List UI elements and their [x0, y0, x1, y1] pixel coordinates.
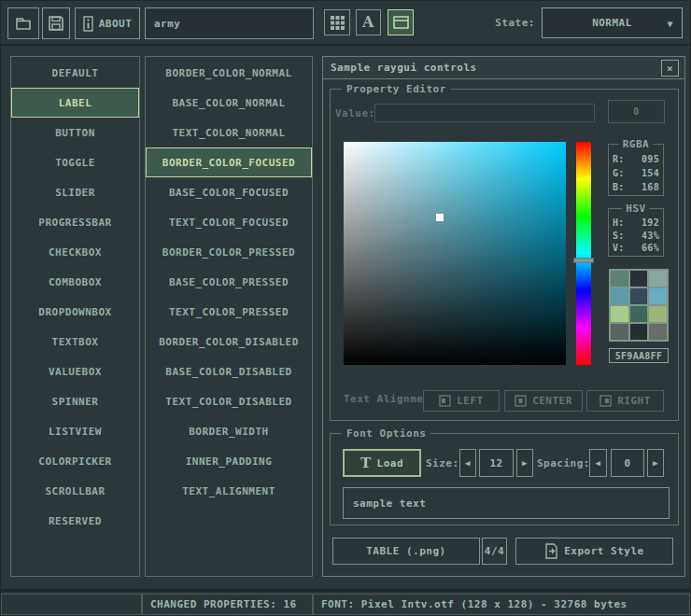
controls-item-progressbar[interactable]: PROGRESSBAR	[11, 207, 139, 237]
property-item-text_color_pressed[interactable]: TEXT_COLOR_PRESSED	[146, 297, 312, 327]
property-item-base_color_disabled[interactable]: BASE_COLOR_DISABLED	[146, 357, 312, 386]
property-item-border_color_normal[interactable]: BORDER_COLOR_NORMAL	[146, 58, 312, 88]
color-swatch[interactable]	[630, 271, 648, 287]
b-value: 168	[642, 182, 659, 192]
color-swatch[interactable]	[649, 324, 667, 340]
hue-bar[interactable]	[576, 142, 591, 365]
property-item-border_color_pressed[interactable]: BORDER_COLOR_PRESSED	[146, 237, 312, 267]
table-export-button[interactable]: TABLE (.png)	[332, 538, 480, 565]
spacing-increase-button[interactable]: ▶	[647, 449, 664, 477]
color-swatch[interactable]	[611, 324, 628, 340]
load-font-button[interactable]: T Load	[343, 449, 421, 477]
state-value: NORMAL	[592, 17, 632, 29]
chevron-right-icon: ▶	[522, 458, 528, 468]
controls-item-default[interactable]: DEFAULT	[11, 58, 139, 88]
property-item-text_color_normal[interactable]: TEXT_COLOR_NORMAL	[146, 118, 312, 147]
save-file-button[interactable]	[42, 7, 70, 39]
controls-item-dropdownbox[interactable]: DROPDOWNBOX	[11, 297, 139, 327]
color-swatch[interactable]	[611, 306, 628, 322]
table-pages[interactable]: 4/4	[482, 538, 507, 565]
align-right-button[interactable]: RIGHT	[586, 390, 664, 412]
controls-item-toggle[interactable]: TOGGLE	[11, 147, 139, 177]
grid-view-button[interactable]	[324, 9, 350, 35]
info-icon	[83, 16, 93, 32]
v-value: 66%	[642, 243, 659, 253]
spacing-decrease-button[interactable]: ◀	[589, 449, 607, 477]
property-item-border_width[interactable]: BORDER_WIDTH	[146, 416, 312, 446]
property-item-base_color_pressed[interactable]: BASE_COLOR_PRESSED	[146, 267, 312, 297]
controls-item-textbox[interactable]: TEXTBOX	[11, 327, 139, 357]
about-button[interactable]: ABOUT	[75, 7, 140, 39]
export-icon	[544, 543, 558, 559]
hue-handle[interactable]	[573, 259, 594, 263]
property-item-base_color_focused[interactable]: BASE_COLOR_FOCUSED	[146, 177, 312, 207]
align-right-label: RIGHT	[617, 395, 651, 407]
state-dropdown[interactable]: NORMAL ▼	[542, 7, 683, 38]
controls-item-label[interactable]: LABEL	[11, 88, 139, 118]
export-label: Export Style	[564, 545, 643, 557]
controls-item-spinner[interactable]: SPINNER	[11, 386, 139, 416]
property-item-border_color_disabled[interactable]: BORDER_COLOR_DISABLED	[146, 327, 312, 357]
property-editor-group: Property Editor Value: 0 RGBA R: 095 G: …	[330, 89, 679, 421]
controls-view-button[interactable]	[388, 9, 414, 35]
h-value: 192	[642, 217, 659, 228]
state-label: State:	[481, 7, 535, 38]
chevron-down-icon: ▼	[667, 18, 673, 28]
controls-item-colorpicker[interactable]: COLORPICKER	[11, 446, 139, 476]
color-swatch[interactable]	[630, 324, 648, 340]
rgba-r-row: R: 095	[613, 152, 659, 165]
open-file-button[interactable]	[7, 7, 39, 39]
style-name-input[interactable]	[145, 7, 314, 39]
color-swatch[interactable]	[649, 306, 667, 322]
property-item-text_alignment[interactable]: TEXT_ALIGNMENT	[146, 476, 312, 506]
controls-item-reserved[interactable]: RESERVED	[11, 506, 139, 536]
size-label: Size:	[426, 449, 459, 477]
picker-cursor[interactable]	[436, 214, 444, 221]
controls-item-slider[interactable]: SLIDER	[11, 177, 139, 207]
size-value[interactable]: 12	[479, 449, 514, 477]
sample-text-box[interactable]: sample text	[343, 487, 670, 519]
grid-icon	[331, 16, 345, 30]
hex-box[interactable]: 5F9AA8FF	[609, 348, 669, 363]
r-value: 095	[642, 154, 659, 164]
controls-item-valuebox[interactable]: VALUEBOX	[11, 357, 139, 386]
toolbar-separator	[0, 44, 691, 46]
controls-item-button[interactable]: BUTTON	[11, 118, 139, 147]
controls-item-listview[interactable]: LISTVIEW	[11, 416, 139, 446]
property-item-border_color_focused[interactable]: BORDER_COLOR_FOCUSED	[146, 147, 312, 177]
align-right-icon	[599, 395, 612, 407]
sample-window-title: Sample raygui controls	[331, 62, 477, 74]
spacing-value[interactable]: 0	[611, 449, 644, 477]
property-item-base_color_normal[interactable]: BASE_COLOR_NORMAL	[146, 88, 312, 118]
size-decrease-button[interactable]: ◀	[459, 449, 476, 477]
v-label: V:	[613, 243, 625, 253]
sv-panel[interactable]	[344, 142, 566, 365]
align-center-button[interactable]: CENTER	[504, 390, 583, 412]
color-swatch[interactable]	[649, 271, 667, 287]
color-swatch[interactable]	[630, 306, 648, 322]
property-item-inner_padding[interactable]: INNER_PADDING	[146, 446, 312, 476]
export-style-button[interactable]: Export Style	[515, 538, 673, 565]
font-view-button[interactable]: A	[356, 9, 381, 35]
color-swatch[interactable]	[611, 288, 628, 304]
controls-item-checkbox[interactable]: CHECKBOX	[11, 237, 139, 267]
controls-item-combobox[interactable]: COMBOBOX	[11, 267, 139, 297]
value-input[interactable]	[374, 104, 595, 122]
align-left-icon	[439, 395, 451, 407]
hsv-v-row: V: 66%	[613, 242, 659, 254]
sample-text: sample text	[353, 497, 426, 510]
controls-item-scrollbar[interactable]: SCROLLBAR	[11, 476, 139, 506]
close-icon: ×	[667, 63, 673, 75]
close-button[interactable]: ×	[661, 60, 679, 77]
rgba-b-row: B: 168	[613, 180, 659, 193]
value-button[interactable]: 0	[608, 100, 665, 123]
property-item-text_color_focused[interactable]: TEXT_COLOR_FOCUSED	[146, 207, 312, 237]
color-swatch[interactable]	[611, 271, 628, 287]
align-left-button[interactable]: LEFT	[423, 390, 500, 412]
size-increase-button[interactable]: ▶	[516, 449, 533, 477]
property-item-text_color_disabled[interactable]: TEXT_COLOR_DISABLED	[146, 386, 312, 416]
color-swatch[interactable]	[630, 288, 648, 304]
value-label: Value:	[335, 105, 375, 121]
font-icon: A	[362, 15, 374, 30]
color-swatch[interactable]	[649, 288, 667, 304]
